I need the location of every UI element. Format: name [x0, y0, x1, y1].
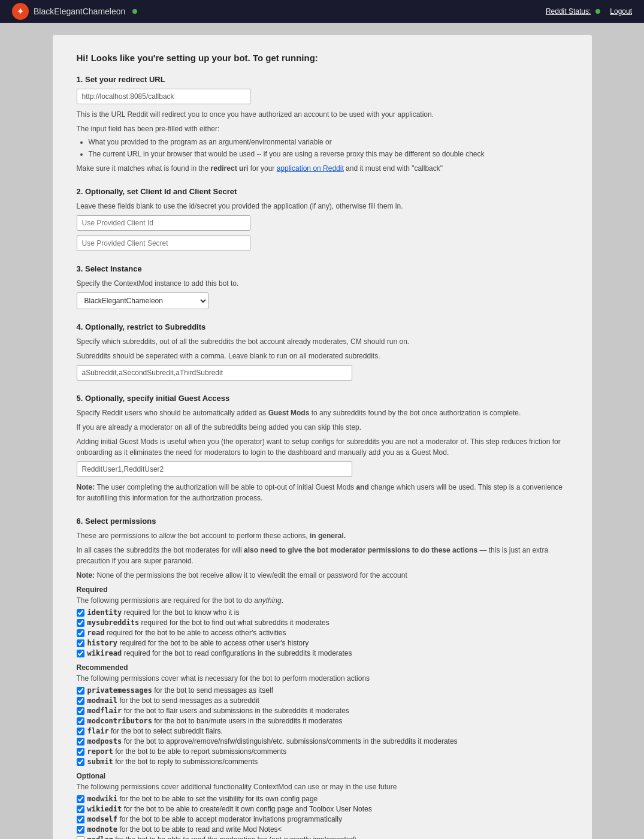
section3-title: 3. Select Instance [77, 264, 568, 273]
app-name: BlackElegantChameleon [34, 7, 125, 16]
section-subreddits: 4. Optionally, restrict to Subreddits Sp… [77, 322, 568, 381]
section-redirect-url: 1. Set your redirect URL This is the URL… [77, 75, 568, 174]
perm-identity-checkbox[interactable] [77, 609, 84, 617]
section6-desc1: These are permissions to allow the bot a… [77, 530, 568, 541]
recommended-subdesc: The following permissions cover what is … [77, 674, 568, 683]
perm-modcontributors-checkbox[interactable] [77, 717, 84, 725]
section5-desc2: If you are already a moderator on all of… [77, 422, 568, 433]
bullet-1: What you provided to the program as an a… [89, 137, 568, 147]
section5-desc3: Adding initial Guest Mods is useful when… [77, 436, 568, 458]
section4-title: 4. Optionally, restrict to Subreddits [77, 322, 568, 331]
section4-desc1: Specify which subreddits, out of all the… [77, 336, 568, 347]
section5-desc1: Specify Reddit users who should be autom… [77, 408, 568, 418]
perm-read-checkbox[interactable] [77, 629, 84, 637]
required-label: Required [77, 586, 568, 594]
perm-modmail-checkbox[interactable] [77, 697, 84, 705]
section-client-credentials: 2. Optionally, set Client Id and Client … [77, 187, 568, 251]
app-logo: ✦ [12, 3, 29, 20]
top-bar: ✦ BlackElegantChameleon Reddit Status: L… [0, 0, 644, 23]
guest-mods-input[interactable] [77, 461, 352, 477]
section1-bullets: What you provided to the program as an a… [89, 137, 568, 159]
perm-modwiki-checkbox[interactable] [77, 795, 84, 803]
perm-modwiki: modwiki for the bot to be able to set th… [77, 795, 568, 803]
recommended-label: Recommended [77, 663, 568, 672]
perm-identity: identity required for the bot to know wh… [77, 608, 568, 617]
perm-mysubreddits-checkbox[interactable] [77, 619, 84, 627]
perm-mysubreddits: mysubreddits required for the bot to fin… [77, 618, 568, 627]
perm-modflair: modflair for the bot to flair users and … [77, 707, 568, 715]
required-subdesc: The following permissions are required f… [77, 596, 568, 605]
logout-button[interactable]: Logout [610, 7, 632, 16]
section6-title: 6. Select permissions [77, 517, 568, 526]
perm-modlog: modlog for the bot to be able to read th… [77, 835, 568, 839]
reddit-status[interactable]: Reddit Status: [546, 7, 600, 16]
section5-note: Note: The user completing the authorizat… [77, 482, 568, 503]
perm-wikiedit: wikiedit for the bot to be able to creat… [77, 805, 568, 813]
online-indicator [132, 9, 137, 14]
section-permissions: 6. Select permissions These are permissi… [77, 517, 568, 839]
section5-title: 5. Optionally, specify initial Guest Acc… [77, 394, 568, 403]
perm-modflair-checkbox[interactable] [77, 707, 84, 715]
perm-wikiread: wikiread required for the bot to read co… [77, 649, 568, 657]
section-select-instance: 3. Select Instance Specify the ContextMo… [77, 264, 568, 309]
optional-label: Optional [77, 772, 568, 780]
main-content: Hi! Looks like you're setting up your bo… [53, 35, 592, 839]
optional-permissions: Optional The following permissions cover… [77, 772, 568, 839]
bullet-2: The current URL in your browser that wou… [89, 149, 568, 159]
perm-flair-checkbox[interactable] [77, 728, 84, 735]
perm-privatemessages-checkbox[interactable] [77, 687, 84, 695]
reddit-online-dot [595, 9, 600, 14]
section1-desc1: This is the URL Reddit will redirect you… [77, 109, 568, 120]
section3-desc: Specify the ContextMod instance to add t… [77, 278, 568, 289]
perm-modnote-checkbox[interactable] [77, 826, 84, 834]
perm-modposts-checkbox[interactable] [77, 738, 84, 746]
perm-submit: submit for the bot to reply to submissio… [77, 757, 568, 766]
perm-modlog-checkbox[interactable] [77, 836, 84, 839]
section1-desc2: The input field has been pre-filled with… [77, 123, 568, 159]
instance-select[interactable]: BlackElegantChameleon [77, 292, 208, 309]
perm-wikiedit-checkbox[interactable] [77, 805, 84, 813]
application-on-reddit-link[interactable]: application on Reddit [277, 164, 344, 173]
section2-desc: Leave these fields blank to use the id/s… [77, 201, 568, 212]
required-permissions: Required The following permissions are r… [77, 586, 568, 657]
top-bar-right: Reddit Status: Logout [546, 7, 632, 16]
perm-report-checkbox[interactable] [77, 748, 84, 756]
perm-flair: flair for the bot to select subreddit fl… [77, 727, 568, 735]
page-intro: Hi! Looks like you're setting up your bo… [77, 53, 568, 63]
recommended-permissions: Recommended The following permissions co… [77, 663, 568, 766]
perm-modcontributors: modcontributors for the bot to ban/mute … [77, 717, 568, 725]
section4-desc2: Subreddits should be seperated with a co… [77, 351, 568, 361]
client-secret-input[interactable] [77, 236, 250, 251]
optional-subdesc: The following permissions cover addition… [77, 783, 568, 791]
subreddits-input[interactable] [77, 365, 352, 381]
redirect-url-input[interactable] [77, 89, 250, 104]
client-id-input[interactable] [77, 215, 250, 231]
perm-modnote: modnote for the bot to be able to read a… [77, 825, 568, 834]
perm-modmail: modmail for the bot to send messages as … [77, 696, 568, 705]
top-bar-left: ✦ BlackElegantChameleon [12, 3, 137, 20]
perm-privatemessages: privatemessages for the bot to send mess… [77, 686, 568, 695]
perm-submit-checkbox[interactable] [77, 758, 84, 766]
section6-note: Note: None of the permissions the bot re… [77, 570, 568, 581]
section-guest-access: 5. Optionally, specify initial Guest Acc… [77, 394, 568, 503]
section1-desc3: Make sure it matches what is found in th… [77, 163, 568, 174]
perm-report: report for the bot to be able to report … [77, 747, 568, 756]
section2-title: 2. Optionally, set Client Id and Client … [77, 187, 568, 196]
perm-modposts: modposts for the bot to approve/remove/n… [77, 737, 568, 746]
perm-wikiread-checkbox[interactable] [77, 650, 84, 657]
perm-read: read required for the bot to be able to … [77, 629, 568, 637]
perm-modself-checkbox[interactable] [77, 816, 84, 823]
perm-history-checkbox[interactable] [77, 639, 84, 647]
section6-desc2: In all cases the subreddits the bot mode… [77, 545, 568, 566]
perm-history: history required for the bot to be able … [77, 639, 568, 647]
section1-title: 1. Set your redirect URL [77, 75, 568, 84]
perm-modself: modself for the bot to be able to accept… [77, 815, 568, 823]
